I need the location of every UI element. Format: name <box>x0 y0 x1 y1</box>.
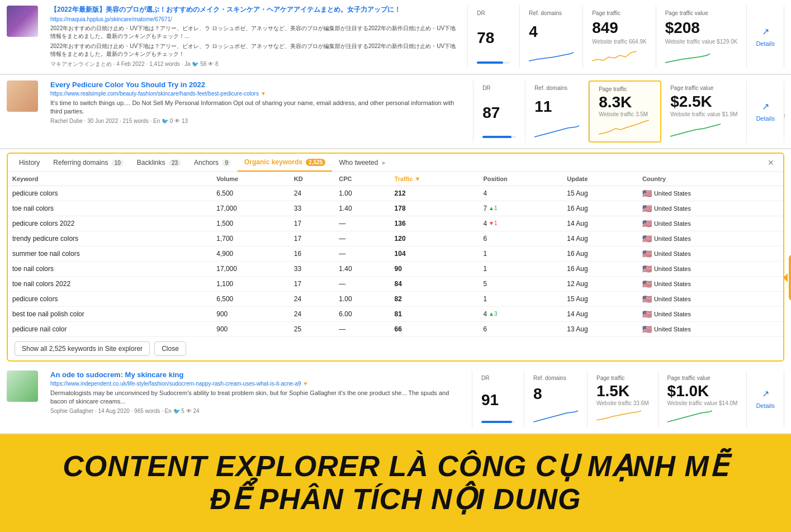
cursor-icon: ↑ <box>783 111 787 120</box>
referring-count-badge: 10 <box>112 159 124 167</box>
keyword-panel: History Referring domains 10 Backlinks 2… <box>7 153 784 362</box>
col-kd[interactable]: KD <box>290 172 334 186</box>
yellow-banner: CONTENT EXPLORER LÀ CÔNG CỤ MẠNH MẼ ĐỂ P… <box>0 434 791 532</box>
kw-traffic: 104 <box>390 246 479 261</box>
panel-footer: Show all 2,525 keywords in Site explorer… <box>8 337 783 360</box>
details-cell-1[interactable]: ↗ Details <box>747 6 784 68</box>
kw-kd: 16 <box>290 246 334 261</box>
kw-traffic: 212 <box>390 186 479 201</box>
table-row: trendy pedicure colors 1,700 17 — 120 6 … <box>8 231 783 246</box>
details-link-3[interactable]: Details <box>756 402 775 409</box>
details-link-1[interactable]: Details <box>756 40 775 47</box>
kw-country: 🇺🇸United States <box>638 201 783 216</box>
kw-traffic: 82 <box>390 291 479 306</box>
kw-traffic: 90 <box>390 261 479 276</box>
close-panel-button[interactable]: ✕ <box>763 156 779 169</box>
tab-who-tweeted[interactable]: Who tweeted ➤ <box>332 154 392 171</box>
kw-kd: 33 <box>290 201 334 216</box>
kw-keyword: trendy pedicure colors <box>8 231 212 246</box>
sparkline-value-2 <box>670 118 721 138</box>
details-cell-3[interactable]: ↗ Details <box>747 370 784 428</box>
kw-position: 4 ▲3 <box>479 306 562 321</box>
kw-country: 🇺🇸United States <box>638 291 783 306</box>
kw-update: 16 Aug <box>562 201 638 216</box>
table-row: best toe nail polish color 900 24 6.00 8… <box>8 306 783 321</box>
metric-ref-1: Ref. domains 4 <box>520 6 583 68</box>
kw-kd: 25 <box>290 321 334 336</box>
tab-history[interactable]: History <box>12 154 46 171</box>
kw-country: 🇺🇸United States <box>638 216 783 231</box>
kw-update: 15 Aug <box>562 186 638 201</box>
article-title-3[interactable]: An ode to sudocrem: My skincare king <box>50 370 465 379</box>
kw-cpc: — <box>334 321 390 336</box>
metric-traffic-3: Page traffic 1.5K Website traffic 33.6M <box>588 370 659 428</box>
sparkline-ref-2 <box>534 121 579 138</box>
article-card-3: An ode to sudocrem: My skincare king htt… <box>0 365 791 434</box>
article-card-2: Every Pedicure Color You Should Try in 2… <box>0 75 791 149</box>
kw-cpc: 1.00 <box>334 291 390 306</box>
pos-change-icon: ▲1 <box>489 205 497 211</box>
details-link-2[interactable]: Details <box>756 115 775 122</box>
kw-keyword: best toe nail polish color <box>8 306 212 321</box>
kw-traffic: 81 <box>390 306 479 321</box>
tab-referring-domains[interactable]: Referring domains 10 <box>46 154 130 171</box>
show-all-button[interactable]: Show all 2,525 keywords in Site explorer <box>15 341 150 356</box>
article-meta-1: マキアオンラインまとめ · 4 Feb 2022 · 1,412 words ·… <box>50 60 461 68</box>
col-position[interactable]: Position <box>479 172 562 186</box>
table-row: pedicure nail color 900 25 — 66 6 13 Aug… <box>8 321 783 336</box>
tab-backlinks[interactable]: Backlinks 23 <box>130 154 187 171</box>
kw-volume: 4,900 <box>212 246 290 261</box>
close-button[interactable]: Close <box>154 341 186 356</box>
kw-cpc: 1.40 <box>334 201 390 216</box>
kw-update: 15 Aug <box>562 291 638 306</box>
col-volume[interactable]: Volume <box>212 172 290 186</box>
col-traffic[interactable]: Traffic ▼ <box>390 172 479 186</box>
kw-position: 5 <box>479 276 562 291</box>
pos-change-icon: ▲3 <box>489 311 497 317</box>
metric-value-3: Page traffic value $1.0K Website traffic… <box>659 370 747 428</box>
article-meta-2: Rachel Dube · 30 Jun 2022 · 215 words · … <box>50 118 466 124</box>
article-title-2[interactable]: Every Pedicure Color You Should Try in 2… <box>50 80 466 89</box>
sparkline-ref-3 <box>533 406 578 423</box>
table-row: pedicure colors 2022 1,500 17 — 136 4 ▼1… <box>8 216 783 231</box>
kw-position: 7 ▲1 <box>479 201 562 216</box>
article-content-3: An ode to sudocrem: My skincare king htt… <box>50 370 465 428</box>
sparkline-traffic-2 <box>599 117 649 137</box>
article-url-2[interactable]: https://www.realsimple.com/beauty-fashio… <box>50 90 466 97</box>
col-keyword: Keyword <box>8 172 212 186</box>
table-row: toe nail colors 17,000 33 1.40 178 7 ▲1 … <box>8 201 783 216</box>
metrics-row-3: DR 91 Ref. domains 8 Page traffic 1.5K W… <box>472 370 784 428</box>
kw-cpc: 1.00 <box>334 186 390 201</box>
keyword-table: Keyword Volume KD CPC Traffic ▼ Position… <box>8 172 783 337</box>
metric-dr-1: DR 78 <box>468 6 520 68</box>
tab-organic-keywords[interactable]: Organic keywords 2,525 <box>238 154 332 172</box>
kw-traffic: 136 <box>390 216 479 231</box>
article-url-1[interactable]: https://maquia.hpplus.jp/skincare/matome… <box>50 16 461 22</box>
metric-traffic-1: Page traffic 849 Website traffic 664.9K <box>583 6 656 68</box>
kw-traffic: 120 <box>390 231 479 246</box>
kw-position: 6 <box>479 231 562 246</box>
table-row: pedicure colors 6,500 24 1.00 82 1 15 Au… <box>8 291 783 306</box>
col-country: Country <box>638 172 783 186</box>
backlinks-count-badge: 23 <box>169 159 181 167</box>
kw-traffic: 178 <box>390 201 479 216</box>
kw-country: 🇺🇸United States <box>638 276 783 291</box>
sparkline-traffic-3 <box>596 406 641 423</box>
col-cpc[interactable]: CPC <box>334 172 390 186</box>
article-desc-card3: Dermatologists may be unconvinced by Sud… <box>50 389 465 406</box>
metrics-row-2: DR 87 Ref. domains 11 Page traffic 8.3K … <box>473 80 784 142</box>
kw-cpc: 1.40 <box>334 261 390 276</box>
details-cell-2[interactable]: ↗ Details <box>747 80 784 142</box>
kw-country: 🇺🇸United States <box>638 246 783 261</box>
kw-keyword: summer toe nail colors <box>8 246 212 261</box>
kw-volume: 17,000 <box>212 261 290 276</box>
kw-traffic: 66 <box>390 321 479 336</box>
article-title-1[interactable]: 【2022年最新版】美容のプロが選ぶ！おすすめのメイク・スキンケア・ヘアケアアイ… <box>50 6 461 15</box>
kw-traffic: 84 <box>390 276 479 291</box>
article-content-2: Every Pedicure Color You Should Try in 2… <box>50 80 466 142</box>
col-update[interactable]: Update <box>562 172 638 186</box>
article-url-3[interactable]: https://www.independent.co.uk/life-style… <box>50 380 465 387</box>
tab-anchors[interactable]: Anchors 9 <box>187 154 238 171</box>
kw-country: 🇺🇸United States <box>638 321 783 336</box>
kw-update: 12 Aug <box>562 276 638 291</box>
